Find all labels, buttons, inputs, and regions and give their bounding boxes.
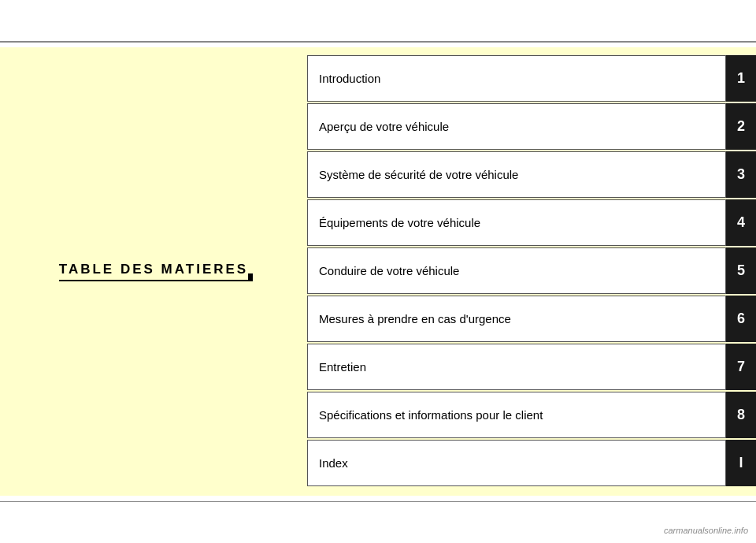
toc-title: TABLE DES MATIERES — [59, 262, 248, 281]
main-content: TABLE DES MATIERES Introduction1Aperçu d… — [0, 47, 756, 496]
left-panel: TABLE DES MATIERES — [0, 47, 307, 496]
toc-item-number-intro: 1 — [726, 55, 756, 102]
toc-row-equipements[interactable]: Équipements de votre véhicule4 — [307, 199, 756, 246]
toc-row-conduire[interactable]: Conduire de votre véhicule5 — [307, 247, 756, 294]
top-divider — [0, 41, 756, 43]
toc-item-label-entretien: Entretien — [307, 344, 726, 390]
toc-item-number-systeme: 3 — [726, 151, 756, 198]
toc-item-label-equipements: Équipements de votre véhicule — [307, 199, 726, 246]
toc-item-number-entretien: 7 — [726, 344, 756, 390]
toc-item-label-systeme: Système de sécurité de votre véhicule — [307, 151, 726, 198]
toc-item-label-index: Index — [307, 440, 726, 486]
toc-item-label-intro: Introduction — [307, 55, 726, 102]
toc-row-systeme[interactable]: Système de sécurité de votre véhicule3 — [307, 151, 756, 198]
toc-row-apercu[interactable]: Aperçu de votre véhicule2 — [307, 103, 756, 150]
toc-row-entretien[interactable]: Entretien7 — [307, 344, 756, 390]
toc-item-number-equipements: 4 — [726, 199, 756, 246]
toc-item-label-apercu: Aperçu de votre véhicule — [307, 103, 726, 150]
watermark: carmanualsonline.info — [664, 526, 748, 535]
toc-item-number-conduire: 5 — [726, 247, 756, 294]
toc-row-intro[interactable]: Introduction1 — [307, 55, 756, 102]
toc-row-index[interactable]: IndexI — [307, 440, 756, 486]
toc-item-label-mesures: Mesures à prendre en cas d'urgence — [307, 296, 726, 342]
toc-item-label-specifications: Spécifications et informations pour le c… — [307, 392, 726, 438]
toc-item-number-index: I — [726, 440, 756, 486]
toc-row-mesures[interactable]: Mesures à prendre en cas d'urgence6 — [307, 296, 756, 342]
toc-item-number-mesures: 6 — [726, 296, 756, 342]
toc-item-label-conduire: Conduire de votre véhicule — [307, 247, 726, 294]
bottom-divider — [0, 501, 756, 503]
toc-list: Introduction1Aperçu de votre véhicule2Sy… — [307, 47, 756, 496]
toc-item-number-apercu: 2 — [726, 103, 756, 150]
toc-row-specifications[interactable]: Spécifications et informations pour le c… — [307, 392, 756, 438]
toc-item-number-specifications: 8 — [726, 392, 756, 438]
